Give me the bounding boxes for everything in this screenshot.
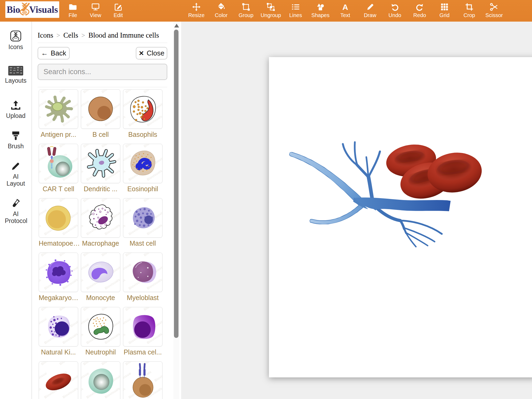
icon-card-label: Natural Ki...	[39, 348, 78, 356]
icon-card-dendritic-cell[interactable]: Dendritic ...	[81, 144, 120, 193]
icon-library-panel: Icons>Cells>Blood and Immune cells ← Bac…	[32, 22, 181, 399]
close-button[interactable]: ✕ Close	[136, 47, 167, 59]
icon-card-t-cell[interactable]	[81, 361, 120, 399]
undo-arrow-icon	[390, 2, 399, 12]
sidebar-item-upload[interactable]: Upload	[0, 100, 31, 119]
icon-card-red-blood-cell[interactable]	[39, 361, 78, 399]
brand-logo[interactable]: Bio	[5, 1, 59, 18]
breadcrumb: Icons>Cells>Blood and Immune cells	[38, 31, 167, 39]
monitor-icon	[91, 2, 100, 12]
icon-card-eosinophil[interactable]: Eosinophil	[123, 144, 162, 193]
icon-card-label: Monocyte	[81, 294, 120, 302]
breadcrumb-separator: >	[53, 32, 63, 39]
breadcrumb-cells[interactable]: Cells	[63, 31, 78, 39]
scissors-icon	[490, 2, 499, 12]
icon-card-car-t-cell[interactable]: CAR T cell	[39, 144, 78, 193]
dna-brush-logo-icon	[19, 2, 30, 17]
icon-card-basophils[interactable]: Basophils	[123, 89, 162, 138]
icon-card-natural-killer[interactable]: Natural Ki...	[39, 307, 78, 356]
sidebar-item-ai-protocol[interactable]: AI Protocol	[0, 198, 31, 224]
icon-card-label: B cell	[81, 130, 120, 138]
icon-card-receptor-cell[interactable]	[123, 361, 162, 399]
move-arrows-icon	[192, 2, 201, 12]
shapes-icon	[316, 2, 325, 12]
icon-card-label: Basophils	[123, 130, 162, 138]
app-header: Bio	[0, 0, 532, 22]
search-input[interactable]	[38, 64, 167, 80]
scrollbar-thumb[interactable]	[174, 30, 178, 338]
icon-card-label: Myeloblast	[123, 294, 162, 302]
icon-card-monocyte[interactable]: Monocyte	[81, 253, 120, 302]
icon-card-b-cell[interactable]: B cell	[81, 89, 120, 138]
icon-card-mast-cell[interactable]: Mast cell	[123, 198, 162, 247]
icon-card-label: Hematopoe…	[39, 239, 78, 247]
left-arrow-icon: ←	[41, 49, 48, 57]
svg-text:A: A	[342, 3, 348, 11]
icon-card-label: Eosinophil	[123, 185, 162, 193]
text-a-icon: A	[341, 2, 350, 12]
toolbar-button-ungroup[interactable]: Ungroup	[258, 2, 284, 20]
toolbar-button-shapes[interactable]: Shapes	[308, 2, 333, 20]
divider	[38, 43, 167, 43]
toolbar-button-group[interactable]: Group	[233, 2, 259, 20]
icon-card-antigen-presenting[interactable]: Antigen pr...	[39, 89, 78, 138]
icon-card-label: Macrophage	[81, 239, 120, 247]
icon-card-hematopoietic[interactable]: Hematopoe…	[39, 198, 78, 247]
pencil-icon	[366, 2, 375, 12]
toolbar-button-undo[interactable]: Undo	[382, 2, 408, 20]
toolbar-button-text[interactable]: A Text	[332, 2, 358, 20]
canvas-area	[181, 22, 532, 399]
toolbar-button-crop[interactable]: Crop	[456, 2, 482, 20]
toolbar-button-grid[interactable]: Grid	[432, 2, 457, 20]
sidebar-item-ai-layout[interactable]: AI Layout	[0, 161, 31, 187]
toolbar-button-color[interactable]: Color	[208, 2, 234, 20]
pencil-icon	[0, 161, 31, 171]
icon-card-label: Neutrophil	[81, 348, 120, 356]
close-x-icon: ✕	[139, 50, 144, 57]
dna-badge-icon	[0, 30, 31, 42]
breadcrumb-separator: >	[78, 32, 88, 39]
back-button[interactable]: ← Back	[38, 47, 70, 59]
sidebar-item-icons[interactable]: Icons	[0, 30, 31, 50]
edit-square-icon	[114, 2, 123, 12]
scrollbar-up-arrow[interactable]	[174, 24, 179, 27]
upload-icon	[0, 100, 31, 111]
layout-thumbnail-icon	[0, 66, 31, 75]
redo-arrow-icon	[415, 2, 424, 12]
icon-card-label: Plasma cel...	[123, 348, 162, 356]
icon-card-megakaryocyte[interactable]: Megakaryo…	[39, 253, 78, 302]
toolbar-button-view[interactable]: View	[83, 2, 108, 20]
brand-bio: Bio	[7, 5, 20, 14]
toolbar-button-draw[interactable]: Draw	[357, 2, 383, 20]
icon-card-label: Mast cell	[123, 239, 162, 247]
sidebar-item-layouts[interactable]: Layouts	[0, 66, 31, 84]
grid-icon	[440, 2, 449, 12]
vessel-upper-branch	[289, 152, 364, 206]
toolbar-button-redo[interactable]: Redo	[407, 2, 432, 20]
vessel-lower-twigs	[376, 208, 442, 247]
breadcrumb-icons[interactable]: Icons	[38, 31, 53, 39]
icon-card-label: CAR T cell	[39, 185, 78, 193]
drawing-canvas[interactable]	[269, 57, 532, 377]
toolbar-button-scissor[interactable]: Scissor	[481, 2, 507, 20]
sidebar-item-brush[interactable]: Brush	[0, 130, 31, 150]
group-frame-icon	[241, 2, 251, 12]
ungroup-frames-icon	[266, 2, 275, 12]
icon-card-myeloblast[interactable]: Myeloblast	[123, 253, 162, 302]
icon-card-label: Antigen pr...	[39, 130, 78, 138]
toolbar-button-file[interactable]: File	[60, 2, 86, 20]
paint-bucket-icon	[217, 2, 226, 12]
icon-card-plasma-cell[interactable]: Plasma cel...	[123, 307, 162, 356]
icon-card-macrophage[interactable]: Macrophage	[81, 198, 120, 247]
biovisuals-app: Biovisuals Biovisuals	[0, 0, 532, 399]
divider	[38, 87, 167, 87]
crop-icon	[465, 2, 474, 12]
folder-icon	[68, 2, 77, 12]
panel-scrollbar[interactable]	[173, 22, 179, 399]
breadcrumb-current: Blood and Immune cells	[88, 31, 159, 39]
toolbar-button-lines[interactable]: Lines	[283, 2, 308, 20]
toolbar-button-edit[interactable]: Edit	[105, 2, 131, 20]
brand-visuals: Visuals	[29, 5, 58, 14]
icon-card-neutrophil[interactable]: Neutrophil	[81, 307, 120, 356]
toolbar-button-resize[interactable]: Resize	[184, 2, 209, 20]
